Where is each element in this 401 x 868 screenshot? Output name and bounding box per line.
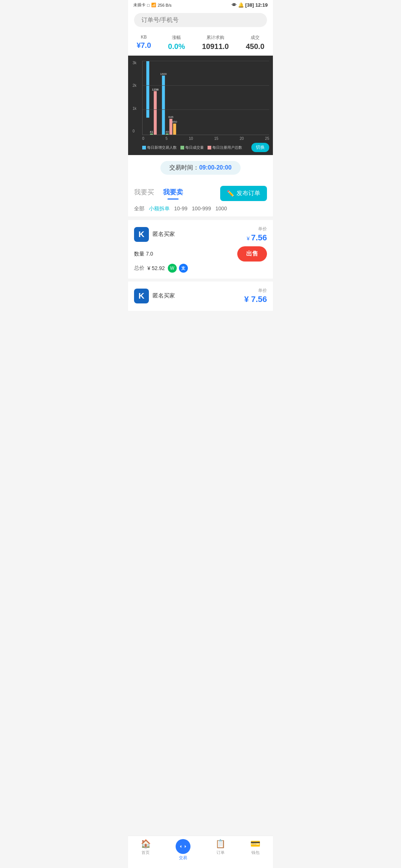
avatar-letter-1: K <box>138 230 144 239</box>
legend-items: 每日新增交易人数 每日成交量 每日注册用户总数 <box>142 145 242 150</box>
price-label-2: 单价 <box>244 287 267 294</box>
filter-10-99[interactable]: 10-99 <box>174 205 188 213</box>
demand-label: 累计求购 <box>202 34 229 41</box>
eye-icon: 👁 <box>232 2 237 8</box>
total-value-1: ¥ 52.92 <box>147 265 165 271</box>
svg-rect-4 <box>154 91 157 135</box>
chart-legend: 每日新增交易人数 每日成交量 每日注册用户总数 切换 <box>142 143 269 152</box>
grid-line-top <box>143 61 269 61</box>
publish-icon: ✏️ <box>227 190 234 197</box>
x-axis-labels: 0 5 10 15 20 25 <box>142 137 269 141</box>
buyer-info-1: K 匿名买家 <box>134 227 175 242</box>
status-bar: 未插卡 □ 📶 256 B/s 👁 🔔 [38] 12:19 <box>128 0 273 9</box>
chart-wrapper: 3k 2k 1k 0 2306 41 1238 <box>142 61 269 141</box>
chart-switch-button[interactable]: 切换 <box>251 143 269 152</box>
rise-value: 0.0% <box>168 42 185 51</box>
grid-line-mid2 <box>143 109 269 110</box>
publish-label: 发布订单 <box>237 190 260 197</box>
y-label-2k: 2k <box>133 83 137 88</box>
kb-stat: KB ¥7.0 <box>137 34 151 51</box>
wechat-pay-icon: W <box>168 264 177 273</box>
search-bar-container <box>128 9 273 32</box>
svg-text:40: 40 <box>166 130 169 134</box>
battery-icon: [38] <box>245 2 254 8</box>
trade-time-label: 交易时间： <box>169 164 199 171</box>
total-row-1: 总价 ¥ 52.92 W 支 <box>134 264 267 273</box>
avatar-letter-2: K <box>138 291 144 301</box>
trade-value: 450.0 <box>246 42 264 51</box>
rise-label: 涨幅 <box>168 34 185 41</box>
svg-rect-11 <box>166 134 169 135</box>
demand-value: 10911.0 <box>202 42 229 51</box>
svg-rect-0 <box>146 61 149 118</box>
grid-line-mid1 <box>143 85 269 86</box>
filter-100-999[interactable]: 100-999 <box>192 205 211 213</box>
publish-order-button[interactable]: ✏️ 发布订单 <box>220 186 267 201</box>
filter-all[interactable]: 全部 <box>134 205 144 213</box>
svg-rect-17 <box>142 146 146 149</box>
buyer-avatar-1: K <box>134 227 149 242</box>
y-label-3k: 3k <box>133 61 137 65</box>
status-right: 👁 🔔 [38] 12:19 <box>232 2 268 8</box>
rise-stat: 涨幅 0.0% <box>168 34 185 51</box>
tab-section: 我要买 我要卖 ✏️ 发布订单 <box>128 181 273 201</box>
demand-stat: 累计求购 10911.0 <box>202 34 229 51</box>
time-display: 12:19 <box>255 2 268 8</box>
filter-1000[interactable]: 1000 <box>215 205 227 213</box>
filter-small[interactable]: 小额拆单 <box>149 205 170 213</box>
buyer-name-1: 匿名买家 <box>153 231 175 238</box>
svg-text:646: 646 <box>169 115 174 119</box>
sell-button-1[interactable]: 出售 <box>237 246 267 262</box>
price-display-2: ¥ 7.56 <box>244 295 267 304</box>
chart-grid: 2306 41 1238 2306 41 1238 1600 40 646 <box>142 61 269 135</box>
price-info-2: 单价 ¥ 7.56 <box>244 287 267 304</box>
svg-text:41: 41 <box>150 130 153 134</box>
svg-rect-18 <box>180 146 184 149</box>
sim-icon: □ <box>147 3 150 7</box>
y-label-1k: 1k <box>133 106 137 111</box>
detail-left-1: 数量 7.0 <box>134 251 153 257</box>
quantity-item-1: 数量 7.0 <box>134 251 153 257</box>
search-input[interactable] <box>134 13 267 27</box>
tab-buy[interactable]: 我要买 <box>134 188 154 200</box>
order-card-1-header: K 匿名买家 单价 ¥ 7.56 <box>134 226 267 243</box>
kb-value: ¥7.0 <box>137 41 151 50</box>
legend-daily-trades: 每日成交量 <box>180 145 204 150</box>
filter-tabs: 全部 小额拆单 10-99 100-999 1000 <box>128 201 273 217</box>
tab-sell[interactable]: 我要卖 <box>163 188 183 200</box>
svg-rect-19 <box>208 146 211 149</box>
y-label-0: 0 <box>133 129 137 133</box>
svg-rect-2 <box>150 134 153 135</box>
svg-text:1238: 1238 <box>152 88 159 91</box>
x-label-10: 10 <box>189 137 193 141</box>
network-speed: 256 B/s <box>158 3 172 7</box>
buyer-name-2: 匿名买家 <box>153 292 175 299</box>
price-value-1: 7.56 <box>251 233 267 242</box>
x-label-5: 5 <box>166 137 168 141</box>
total-label-1: 总价 <box>134 265 144 272</box>
y-axis-labels: 3k 2k 1k 0 <box>133 61 137 133</box>
legend-daily-traders: 每日新增交易人数 <box>142 145 177 150</box>
status-left: 未插卡 □ 📶 256 B/s <box>133 2 172 8</box>
alipay-icon: 支 <box>179 264 188 273</box>
bell-icon: 🔔 <box>238 2 244 8</box>
price-label-1: 单价 <box>247 226 267 232</box>
x-label-15: 15 <box>214 137 218 141</box>
svg-text:1600: 1600 <box>160 72 167 76</box>
chart-svg: 2306 41 1238 2306 41 1238 1600 40 646 <box>143 61 269 135</box>
x-label-0: 0 <box>142 137 144 141</box>
trade-label: 成交 <box>246 34 264 41</box>
order-card-2-header: K 匿名买家 单价 ¥ 7.56 <box>134 287 267 304</box>
payment-icons-1: W 支 <box>168 264 188 273</box>
trade-time-badge: 交易时间：09:00-20:00 <box>160 161 240 175</box>
tabs-left: 我要买 我要卖 <box>134 188 183 200</box>
svg-text:450: 450 <box>172 120 177 124</box>
buyer-info-2: K 匿名买家 <box>134 289 175 303</box>
chart-inner: 3k 2k 1k 0 2306 41 1238 <box>142 61 269 152</box>
order-detail-row-1: 数量 7.0 出售 <box>134 246 267 262</box>
trade-time-section: 交易时间：09:00-20:00 <box>128 155 273 181</box>
carrier-text: 未插卡 <box>133 2 146 8</box>
legend-daily-users: 每日注册用户总数 <box>208 145 242 150</box>
price-info-1: 单价 ¥ 7.56 <box>247 226 267 243</box>
svg-rect-9 <box>162 76 165 135</box>
